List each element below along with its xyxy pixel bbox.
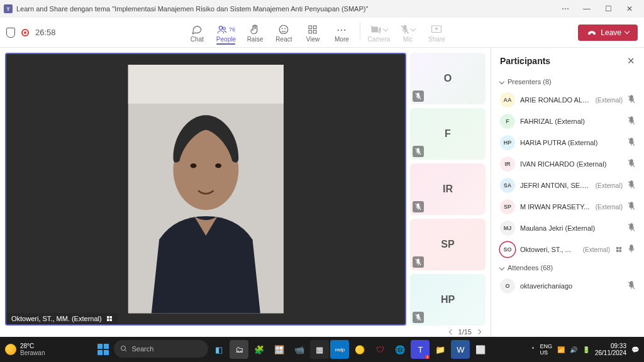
participant-external-badge: (External)	[583, 246, 610, 253]
taskbar-app-icon[interactable]: 🪟	[270, 340, 289, 359]
tray-wifi-icon[interactable]: 📶	[557, 346, 565, 353]
more-icon: ⋯	[336, 23, 347, 36]
participant-tiles: OFIRSPHP	[410, 53, 486, 326]
taskbar-app-icon[interactable]: mdp	[330, 340, 349, 359]
pager-next-button[interactable]	[476, 329, 481, 334]
leave-button[interactable]: Leave	[578, 25, 638, 41]
participant-tile[interactable]: O	[410, 53, 486, 104]
pager-prev-button[interactable]	[448, 329, 453, 334]
participants-panel: Participants ✕ Presenters (8) AA ARIE RO…	[491, 48, 644, 337]
share-button[interactable]: Share	[422, 22, 451, 43]
window-close-button[interactable]: ✕	[619, 0, 640, 18]
spotlight-icon	[615, 246, 623, 253]
people-button[interactable]: 76 People	[211, 22, 240, 43]
participant-row[interactable]: HP HARIA PUTRA (External)	[494, 132, 641, 153]
participant-row[interactable]: F FAHRIZAL (External)	[494, 111, 641, 132]
taskbar-app-icon[interactable]: 🌐	[391, 340, 409, 359]
participant-row[interactable]: IR IVAN RICHARDO (External)	[494, 153, 641, 175]
participant-tile[interactable]: HP	[410, 274, 486, 326]
tray-notifications-icon[interactable]: 💬	[631, 346, 639, 353]
taskbar-app-icon[interactable]: 🗂	[230, 340, 248, 359]
participant-row[interactable]: O oktaverichaniago	[494, 275, 641, 297]
attendees-header[interactable]: Attendees (68)	[494, 260, 641, 275]
avatar: AA	[500, 92, 515, 107]
participant-external-badge: (External)	[596, 182, 623, 189]
start-button[interactable]	[94, 340, 113, 359]
speaker-video-placeholder	[96, 65, 316, 314]
react-button[interactable]: React	[269, 22, 298, 43]
taskbar-word-icon[interactable]: W	[451, 340, 470, 359]
camera-label: Camera	[368, 36, 391, 43]
participant-tile[interactable]: IR	[410, 163, 486, 215]
tray-language[interactable]: ENGUS	[540, 343, 552, 356]
window-more-button[interactable]: ⋯	[555, 0, 576, 18]
taskbar-weather[interactable]: 28°CBerawan	[5, 343, 45, 356]
taskbar-app-icon[interactable]: ◧	[209, 340, 228, 359]
window-maximize-button[interactable]: ☐	[597, 0, 619, 18]
taskbar-app-icon[interactable]: ⬜	[471, 340, 490, 359]
participant-tile[interactable]: SP	[410, 219, 486, 270]
people-count: 76	[229, 26, 235, 33]
more-button[interactable]: ⋯ More	[327, 22, 356, 43]
participants-list[interactable]: Presenters (8) AA ARIE RONALDO ALB... (E…	[491, 74, 644, 337]
participant-row[interactable]: MJ Maulana Jekri (External)	[494, 217, 641, 239]
tray-clock[interactable]: 09:33 26/11/2024	[595, 343, 626, 356]
chevron-down-icon	[411, 26, 416, 31]
taskbar-app-icon[interactable]: 🟡	[350, 340, 369, 359]
mic-muted-icon	[413, 201, 424, 212]
participant-row[interactable]: SO Oktoweri, ST., ... (External)	[494, 239, 641, 260]
participant-row[interactable]: AA ARIE RONALDO ALB... (External)	[494, 89, 641, 111]
tile-pager: 1/15	[450, 328, 480, 336]
leave-icon	[587, 29, 597, 36]
view-icon	[308, 23, 318, 36]
tray-battery-icon[interactable]: 🔋	[582, 346, 590, 353]
taskbar-teams-icon[interactable]: T1	[411, 340, 430, 359]
presenters-header[interactable]: Presenters (8)	[494, 74, 641, 89]
raise-hand-button[interactable]: Raise	[240, 22, 269, 43]
taskbar-app-icon[interactable]: 📹	[290, 340, 309, 359]
participant-mic-icon	[628, 159, 635, 169]
participant-tile[interactable]: F	[410, 108, 486, 160]
taskbar-app-icon[interactable]: ▦	[310, 340, 329, 359]
chat-button[interactable]: Chat	[182, 22, 211, 43]
window-minimize-button[interactable]: —	[576, 0, 597, 18]
avatar: SA	[500, 178, 515, 193]
weather-icon	[5, 344, 16, 355]
participant-name: Maulana Jekri (External)	[520, 224, 618, 232]
svg-point-1	[223, 27, 225, 30]
participant-mic-icon	[628, 244, 635, 255]
svg-rect-54	[104, 344, 109, 349]
system-tray[interactable]: ˄ ENGUS 📶 🔊 🔋 09:33 26/11/2024 💬	[531, 343, 639, 356]
view-label: View	[306, 36, 320, 43]
svg-rect-50	[630, 245, 633, 250]
tray-date: 26/11/2024	[595, 349, 626, 356]
raise-label: Raise	[247, 36, 264, 43]
mic-muted-icon	[413, 256, 424, 268]
tray-chevron-icon[interactable]: ˄	[531, 346, 535, 353]
active-speaker-video[interactable]: Oktoweri, ST., MM. (External)	[5, 53, 406, 326]
participant-row[interactable]: SP M IRWAN PRASETY... (External)	[494, 196, 641, 217]
avatar: HP	[500, 135, 515, 150]
camera-button[interactable]: Camera	[364, 22, 393, 43]
pin-icon	[106, 315, 113, 322]
mic-button[interactable]: Mic	[393, 22, 422, 43]
taskbar-search[interactable]: Search	[114, 340, 208, 358]
panel-close-button[interactable]: ✕	[627, 55, 635, 67]
svg-rect-48	[616, 250, 619, 253]
taskbar-app-icon[interactable]: 🛡	[370, 340, 389, 359]
participant-row[interactable]: SA JEFRI ANTONI, SE., ... (External)	[494, 175, 641, 196]
svg-rect-56	[104, 350, 109, 355]
video-stage: Oktoweri, ST., MM. (External) OFIRSPHP	[0, 48, 491, 337]
participant-mic-icon	[628, 202, 635, 212]
meeting-main: Oktoweri, ST., MM. (External) OFIRSPHP 1…	[0, 48, 644, 337]
shield-icon	[6, 28, 15, 38]
camera-off-icon	[370, 23, 387, 36]
pager-text: 1/15	[458, 328, 472, 336]
taskbar-explorer-icon[interactable]: 📁	[431, 340, 450, 359]
svg-rect-47	[619, 247, 622, 250]
participant-name: JEFRI ANTONI, SE., ...	[520, 182, 591, 189]
tray-volume-icon[interactable]: 🔊	[570, 346, 577, 353]
view-button[interactable]: View	[298, 22, 327, 43]
taskbar-app-icon[interactable]: 🧩	[250, 340, 269, 359]
people-icon: 76	[217, 23, 235, 36]
